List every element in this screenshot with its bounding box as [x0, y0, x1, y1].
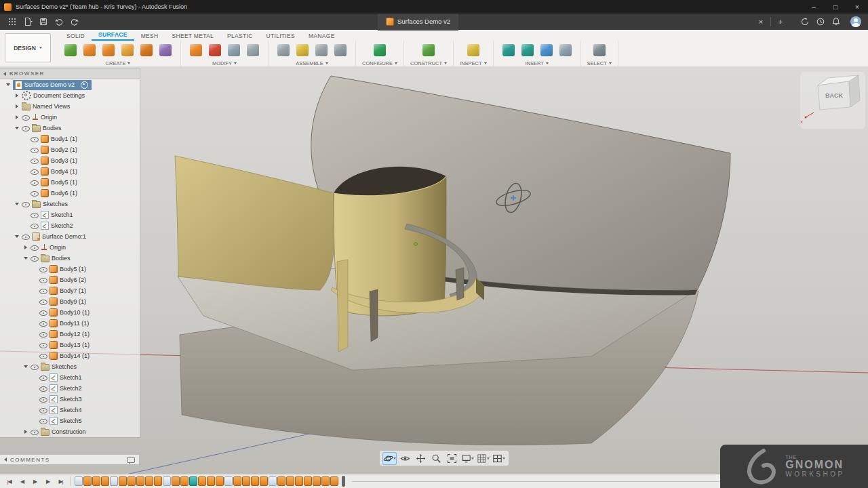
loft-tool[interactable]: [119, 41, 136, 58]
group-label-create[interactable]: CREATE: [106, 60, 131, 66]
browser-item[interactable]: Body14 (1): [0, 350, 140, 361]
expander-closed[interactable]: [14, 115, 20, 120]
browser-item[interactable]: Bodies: [0, 253, 140, 264]
browser-item[interactable]: Body12 (1): [0, 329, 140, 340]
browser-item[interactable]: Sketch1: [0, 372, 140, 383]
browser-item[interactable]: Body5 (1): [0, 177, 140, 188]
group-label-inspect[interactable]: INSPECT: [460, 60, 487, 66]
expander-closed[interactable]: [23, 429, 28, 434]
visibility-eye-icon[interactable]: [31, 168, 39, 175]
visibility-eye-icon[interactable]: [39, 287, 47, 294]
timeline-feature-surface[interactable]: [260, 476, 268, 486]
visibility-eye-icon[interactable]: [39, 266, 47, 272]
timeline-feature-surface[interactable]: [321, 476, 330, 486]
timeline-feature-surface[interactable]: [286, 476, 294, 486]
save-icon[interactable]: [35, 15, 51, 28]
browser-item[interactable]: Named Views: [0, 101, 140, 112]
visibility-eye-icon[interactable]: [39, 309, 47, 316]
timeline-feature-surface[interactable]: [119, 476, 127, 486]
create-sketch-tool[interactable]: [62, 41, 79, 58]
derive-tool[interactable]: [500, 41, 517, 58]
profile-avatar[interactable]: [850, 16, 861, 27]
visibility-eye-icon[interactable]: [39, 331, 47, 338]
browser-item[interactable]: Origin: [0, 242, 140, 253]
browser-item[interactable]: Origin: [0, 112, 140, 123]
group-label-assemble[interactable]: ASSEMBLE: [296, 60, 328, 66]
visibility-eye-icon[interactable]: [31, 244, 39, 251]
timeline-feature-surface[interactable]: [295, 476, 303, 486]
comment-bubble-icon[interactable]: [127, 457, 135, 463]
visibility-eye-icon[interactable]: [39, 374, 47, 381]
nav-fit[interactable]: [446, 453, 458, 464]
tab-sheet-metal[interactable]: SHEET METAL: [165, 33, 221, 41]
as-built-joint-tool[interactable]: [313, 41, 330, 58]
close-button[interactable]: ×: [846, 0, 868, 14]
visibility-eye-icon[interactable]: [39, 418, 47, 424]
browser-item[interactable]: Body1 (1): [0, 134, 140, 144]
browser-item[interactable]: Body6 (1): [0, 188, 140, 199]
expander-open[interactable]: [14, 125, 20, 131]
reverse-normal-tool[interactable]: [244, 41, 262, 58]
visibility-eye-icon[interactable]: [39, 342, 47, 348]
visibility-eye-icon[interactable]: [22, 125, 30, 131]
nav-look-at[interactable]: [399, 453, 412, 464]
insert-mesh-tool[interactable]: [557, 41, 574, 58]
press-pull-tool[interactable]: [187, 41, 205, 58]
timeline-feature-surface[interactable]: [207, 476, 215, 486]
tab-utilities[interactable]: UTILITIES: [260, 33, 302, 41]
timeline-feature-surface[interactable]: [304, 476, 312, 486]
browser-item[interactable]: Body13 (1): [0, 340, 140, 350]
tab-manage[interactable]: MANAGE: [302, 33, 342, 41]
gray-fin-a[interactable]: [370, 289, 378, 342]
browser-item[interactable]: Body2 (1): [0, 144, 140, 155]
group-label-modify[interactable]: MODIFY: [212, 60, 237, 66]
nav-display-settings[interactable]: [461, 453, 474, 464]
create-form-tool[interactable]: [157, 41, 174, 58]
browser-item[interactable]: Sketches: [0, 199, 140, 209]
timeline-feature-surface[interactable]: [145, 476, 153, 486]
browser-item[interactable]: Surface Demo:1: [0, 231, 140, 242]
maximize-button[interactable]: □: [825, 0, 846, 14]
visibility-eye-icon[interactable]: [39, 298, 47, 305]
browser-item[interactable]: Sketch3: [0, 394, 140, 405]
gray-fin-b[interactable]: [456, 268, 464, 300]
visibility-eye-icon[interactable]: [31, 157, 39, 164]
document-tab[interactable]: Surfaces Demo v2: [378, 14, 458, 30]
new-component-tool[interactable]: [275, 41, 292, 58]
timeline-feature-sketch[interactable]: [163, 476, 171, 486]
timeline-feature-sketch[interactable]: [110, 476, 118, 486]
visibility-eye-icon[interactable]: [31, 222, 39, 229]
visibility-eye-icon[interactable]: [22, 233, 30, 240]
visibility-eye-icon[interactable]: [31, 211, 39, 218]
close-document-button[interactable]: ×: [754, 18, 768, 26]
visibility-eye-icon[interactable]: [39, 396, 47, 403]
undo-icon[interactable]: [51, 15, 66, 28]
nav-viewports[interactable]: [492, 453, 505, 464]
browser-item[interactable]: Document Settings: [0, 90, 140, 101]
group-label-insert[interactable]: INSERT: [525, 60, 548, 66]
browser-item[interactable]: Body3 (1): [0, 155, 140, 166]
new-tab-button[interactable]: +: [774, 18, 787, 26]
expander-closed[interactable]: [14, 104, 20, 109]
visibility-eye-icon[interactable]: [31, 255, 39, 262]
trim-tool[interactable]: [206, 41, 224, 58]
activate-component-radio[interactable]: [81, 81, 88, 89]
visibility-eye-icon[interactable]: [39, 385, 47, 392]
select-tool[interactable]: [591, 41, 608, 58]
visibility-eye-icon[interactable]: [39, 352, 47, 359]
visibility-eye-icon[interactable]: [31, 136, 39, 142]
expander-closed[interactable]: [23, 245, 28, 250]
timeline-feature-surface[interactable]: [216, 476, 224, 486]
browser-item[interactable]: Sketch2: [0, 220, 140, 231]
timeline-feature-surface[interactable]: [313, 476, 321, 486]
file-icon[interactable]: [20, 15, 35, 28]
timeline-feature-surface[interactable]: [242, 476, 250, 486]
timeline-feature-sketch[interactable]: [224, 476, 233, 486]
nav-grid-settings[interactable]: [477, 453, 490, 464]
expander-open[interactable]: [5, 82, 11, 87]
tab-solid[interactable]: SOLID: [60, 33, 92, 41]
timeline-feature-surface[interactable]: [154, 476, 162, 486]
patch-tool[interactable]: [81, 41, 98, 58]
job-status-icon[interactable]: [797, 15, 812, 28]
step-forward-button[interactable]: ▶: [41, 476, 54, 487]
